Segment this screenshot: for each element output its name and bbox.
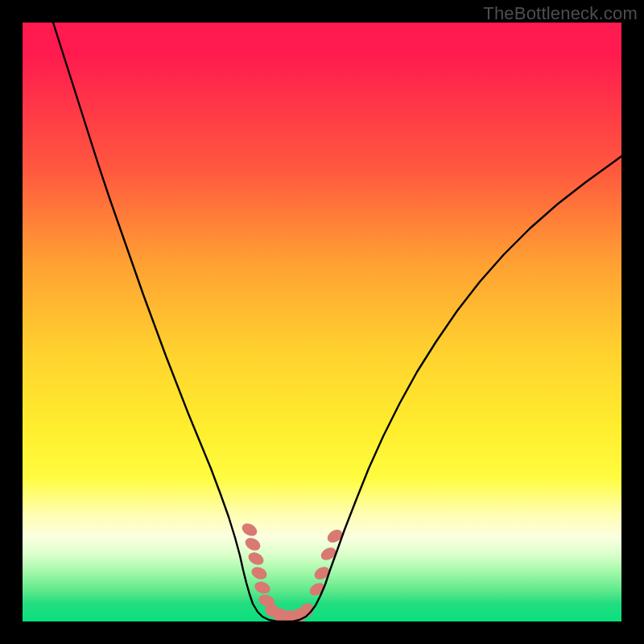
heat-zone-segment [246, 550, 266, 567]
heat-zone-segment [250, 565, 269, 582]
plot-area [23, 23, 621, 621]
heat-zone-segment [253, 580, 272, 596]
heat-zone-segment [240, 521, 259, 539]
watermark-text: TheBottleneck.com [483, 3, 638, 24]
heat-zone-segment [243, 535, 262, 553]
chart-overlay-svg [23, 23, 621, 621]
chart-frame: TheBottleneck.com [0, 0, 644, 644]
